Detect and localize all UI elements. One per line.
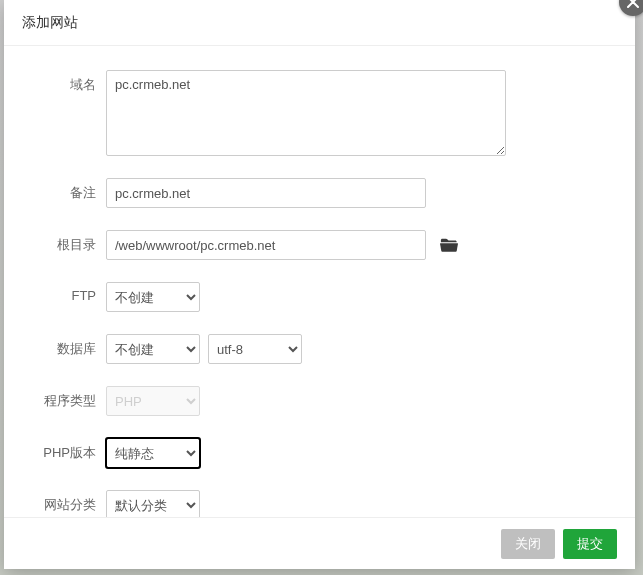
label-ftp: FTP — [34, 282, 106, 303]
dialog-header: 添加网站 — [4, 0, 635, 46]
dialog-body: 域名 pc.crmeb.net 备注 根目录 — [4, 46, 635, 552]
program-type-select: PHP — [106, 386, 200, 416]
folder-icon[interactable] — [440, 237, 458, 253]
site-category-select[interactable]: 默认分类 — [106, 490, 200, 520]
label-domain: 域名 — [34, 70, 106, 94]
add-site-dialog: 添加网站 域名 pc.crmeb.net 备注 根目录 — [4, 0, 635, 569]
remark-input[interactable] — [106, 178, 426, 208]
ftp-select[interactable]: 不创建 — [106, 282, 200, 312]
root-dir-input[interactable] — [106, 230, 426, 260]
label-program: 程序类型 — [34, 386, 106, 410]
label-php: PHP版本 — [34, 438, 106, 462]
database-select[interactable]: 不创建 — [106, 334, 200, 364]
charset-select[interactable]: utf-8 — [208, 334, 302, 364]
label-remark: 备注 — [34, 178, 106, 202]
php-version-select[interactable]: 纯静态 — [106, 438, 200, 468]
domain-input[interactable]: pc.crmeb.net — [106, 70, 506, 156]
close-button[interactable]: 关闭 — [501, 529, 555, 559]
submit-button[interactable]: 提交 — [563, 529, 617, 559]
dialog-title: 添加网站 — [22, 14, 78, 32]
label-database: 数据库 — [34, 334, 106, 358]
label-root: 根目录 — [34, 230, 106, 254]
label-category: 网站分类 — [34, 490, 106, 514]
dialog-footer: 关闭 提交 — [4, 517, 635, 569]
